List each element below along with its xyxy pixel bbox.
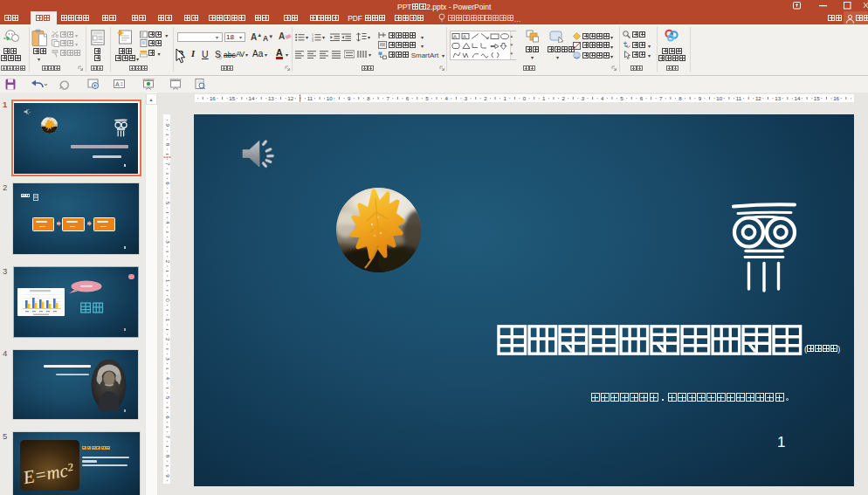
svg-text:15: 15 — [813, 95, 819, 101]
svg-text:9: 9 — [347, 95, 350, 101]
svg-text:1: 1 — [164, 279, 170, 283]
svg-text:3: 3 — [464, 95, 467, 101]
svg-text:2: 2 — [561, 95, 565, 101]
svg-text:16: 16 — [833, 95, 839, 101]
svg-text:7: 7 — [659, 95, 663, 101]
svg-text:3: 3 — [164, 240, 170, 244]
svg-text:3: 3 — [164, 357, 170, 361]
svg-text:8: 8 — [164, 455, 170, 458]
svg-text:10: 10 — [326, 95, 332, 101]
svg-text:2: 2 — [484, 95, 487, 101]
svg-text:3: 3 — [312, 39, 313, 42]
svg-text:6: 6 — [164, 416, 170, 419]
svg-text:2: 2 — [164, 338, 170, 341]
svg-text:5: 5 — [425, 95, 429, 101]
svg-text:15: 15 — [229, 95, 235, 101]
svg-text:5: 5 — [620, 95, 623, 101]
svg-text:13: 13 — [267, 95, 273, 101]
svg-text:1: 1 — [503, 95, 506, 101]
svg-text:6: 6 — [164, 182, 170, 185]
svg-text:7: 7 — [164, 162, 170, 166]
svg-text:11: 11 — [735, 95, 741, 101]
svg-text:4: 4 — [444, 95, 448, 101]
svg-text:8: 8 — [367, 95, 370, 101]
svg-text:5: 5 — [164, 202, 170, 205]
svg-text:13: 13 — [775, 95, 781, 101]
svg-text:9: 9 — [164, 474, 170, 478]
svg-text:6: 6 — [639, 95, 643, 101]
svg-text:4: 4 — [164, 221, 170, 224]
svg-text:11: 11 — [307, 95, 313, 101]
svg-text:1: 1 — [164, 319, 170, 322]
svg-text:8: 8 — [679, 95, 682, 101]
svg-text:10: 10 — [716, 95, 722, 101]
svg-text:2: 2 — [164, 260, 170, 264]
svg-text:7: 7 — [164, 436, 170, 439]
svg-text:7: 7 — [386, 95, 389, 101]
svg-text:5: 5 — [164, 396, 170, 400]
svg-text:0: 0 — [164, 299, 170, 302]
svg-text:8: 8 — [164, 143, 170, 147]
svg-text:3: 3 — [581, 95, 584, 101]
svg-text:9: 9 — [164, 123, 170, 127]
svg-text:4: 4 — [164, 377, 170, 381]
svg-text:1: 1 — [542, 95, 546, 101]
svg-text:A: A — [453, 34, 457, 39]
svg-text:16: 16 — [209, 95, 215, 101]
svg-text:12: 12 — [287, 95, 293, 101]
svg-text:14: 14 — [248, 95, 254, 101]
svg-text:A: A — [463, 34, 466, 39]
svg-text:9: 9 — [698, 95, 701, 101]
svg-text:6: 6 — [405, 95, 409, 101]
svg-text:12: 12 — [754, 95, 761, 101]
svg-text:0: 0 — [522, 95, 526, 101]
svg-text:4: 4 — [601, 95, 604, 101]
svg-text:A: A — [115, 81, 120, 87]
svg-text:14: 14 — [794, 95, 800, 101]
